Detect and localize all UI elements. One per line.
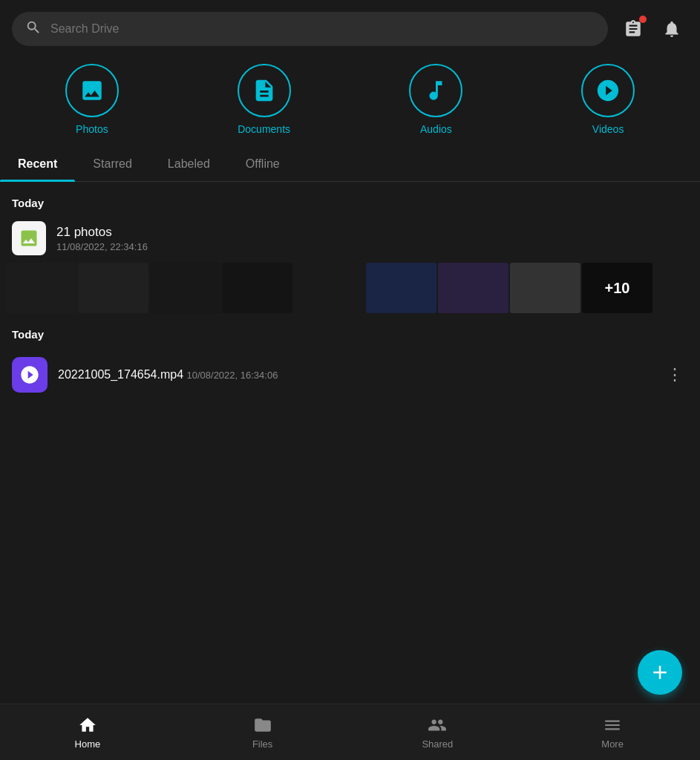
photo-thumb-6 <box>366 263 436 313</box>
nav-files[interactable]: Files <box>175 715 350 750</box>
bottom-nav: Home Files Shared More <box>0 704 700 760</box>
videos-label: Videos <box>592 123 624 135</box>
photo-thumb-3 <box>150 263 220 313</box>
tab-starred[interactable]: Starred <box>75 147 149 181</box>
file-info: 20221005_174654.mp4 10/08/2022, 16:34:06 <box>58 368 651 381</box>
notification-badge <box>639 16 647 23</box>
category-photos[interactable]: Photos <box>65 64 119 135</box>
tab-offline[interactable]: Offline <box>228 147 298 181</box>
fab-add-button[interactable] <box>638 650 682 695</box>
photos-label: Photos <box>76 123 108 135</box>
photo-thumb-2 <box>78 263 148 313</box>
search-input[interactable] <box>50 22 595 36</box>
header <box>0 0 700 52</box>
file-item: 20221005_174654.mp4 10/08/2022, 16:34:06… <box>0 347 700 403</box>
photo-group-info: 21 photos 11/08/2022, 22:34:16 <box>56 225 148 252</box>
file-title: 20221005_174654.mp4 <box>58 368 183 381</box>
header-icons <box>617 13 688 45</box>
photo-thumb-7 <box>438 263 508 313</box>
file-more-button[interactable]: ⋮ <box>661 361 688 388</box>
photo-thumb-8 <box>510 263 580 313</box>
photos-icon-circle <box>65 64 119 117</box>
nav-home[interactable]: Home <box>0 715 175 750</box>
photo-group-title: 21 photos <box>56 225 148 240</box>
category-documents[interactable]: Documents <box>238 64 291 135</box>
nav-shared[interactable]: Shared <box>350 715 526 750</box>
file-date: 10/08/2022, 16:34:06 <box>187 370 278 381</box>
photo-thumb-4 <box>222 263 292 313</box>
photo-group-item: 21 photos 11/08/2022, 22:34:16 +10 <box>0 215 700 319</box>
section-today-video: Today <box>0 319 700 347</box>
photo-group-header[interactable]: 21 photos 11/08/2022, 22:34:16 <box>0 221 700 263</box>
search-bar[interactable] <box>12 12 608 46</box>
section-today-photos: Today <box>0 188 700 215</box>
documents-label: Documents <box>238 123 290 135</box>
clipboard-button[interactable] <box>617 13 650 45</box>
nav-shared-label: Shared <box>422 738 453 750</box>
photo-group-icon <box>12 221 46 255</box>
photo-thumb-overlay: +10 <box>582 263 652 313</box>
category-audios[interactable]: Audios <box>409 64 462 135</box>
photo-thumb-1 <box>6 263 76 313</box>
audios-icon-circle <box>409 64 462 117</box>
categories: Photos Documents Audios Videos <box>0 52 700 147</box>
photo-thumb-9: +10 <box>582 263 652 313</box>
category-videos[interactable]: Videos <box>581 64 635 135</box>
notification-button[interactable] <box>655 13 688 45</box>
photo-group-date: 11/08/2022, 22:34:16 <box>56 241 148 252</box>
photo-strip[interactable]: +10 <box>0 263 700 313</box>
photo-thumb-5 <box>294 263 364 313</box>
tabs: Recent Starred Labeled Offline <box>0 147 700 182</box>
documents-icon-circle <box>238 64 291 117</box>
video-file-icon <box>12 357 48 393</box>
nav-more[interactable]: More <box>525 715 700 750</box>
nav-more-label: More <box>601 738 624 750</box>
tab-recent[interactable]: Recent <box>0 147 75 181</box>
search-icon <box>25 19 42 39</box>
tab-labeled[interactable]: Labeled <box>150 147 228 181</box>
videos-icon-circle <box>581 64 635 117</box>
audios-label: Audios <box>420 123 452 135</box>
nav-home-label: Home <box>75 738 101 750</box>
nav-files-label: Files <box>252 738 272 750</box>
